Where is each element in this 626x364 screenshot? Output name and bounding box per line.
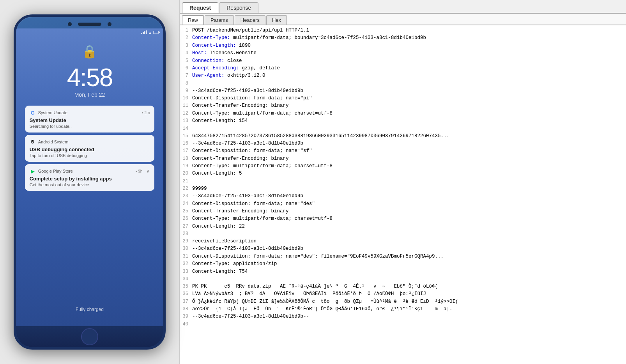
- line-content-36: LVä Ä>N\ýwbàz3 ; B¥? óÁ O¥À1Ëïv ÕÞñ3EÀÌì…: [192, 290, 626, 298]
- code-line-25: 25Content-Transfer-Encoding: binary: [180, 208, 626, 215]
- code-line-22: 2299999: [180, 185, 626, 193]
- signal-icon: [141, 30, 147, 34]
- line-number-18: 18: [180, 155, 192, 163]
- line-content-29: receiveFileDescription: [192, 238, 626, 245]
- line-content-17: Content-Disposition: form-data; name="sf…: [192, 147, 626, 155]
- android-icon: ⚙: [30, 139, 36, 145]
- phone-wrapper: ▲ 🔒 4:58 Mon, Feb 22 G System Update • 2…: [0, 0, 179, 364]
- line-number-2: 2: [180, 34, 192, 42]
- code-line-34: 34: [180, 276, 626, 283]
- line-content-31: Content-Disposition: form-data; name="de…: [192, 253, 626, 260]
- wifi-icon: ▲: [148, 30, 152, 35]
- tab-response[interactable]: Response: [219, 2, 258, 13]
- notif-body-android-system: Tap to turn off USB debugging: [30, 153, 150, 158]
- line-number-30: 30: [180, 245, 192, 253]
- code-line-28: 28: [180, 230, 626, 238]
- lock-icon: 🔒: [82, 44, 97, 59]
- line-content-13: Content-Length: 154: [192, 117, 626, 125]
- line-content-37: Õ }Å¿kèifc RáYþ( QÜ»DÏ ZìΣ ã]e½¼ÕÃXõõÕMÃ…: [192, 298, 626, 306]
- line-content-23: --3c4ad6ce-7f25-4103-a3c1-8d1b40e1bd9b: [192, 193, 626, 200]
- line-number-9: 9: [180, 87, 192, 95]
- sub-tab-row: Raw Params Headers Hex: [180, 14, 626, 25]
- line-number-10: 10: [180, 95, 192, 102]
- code-line-11: 11Content-Transfer-Encoding: binary: [180, 102, 626, 110]
- phone-top-bar: [16, 17, 163, 28]
- line-number-20: 20: [180, 170, 192, 177]
- notif-app-name-android-system: Android System: [38, 140, 150, 144]
- notif-header-google-play: ▶ Google Play Store • 9h ∨: [30, 168, 150, 174]
- tab-request[interactable]: Request: [182, 2, 218, 13]
- notif-time-system-update: • 2m: [142, 111, 150, 115]
- lock-area: 🔒: [82, 44, 97, 59]
- notification-google-play[interactable]: ▶ Google Play Store • 9h ∨ Complete setu…: [25, 164, 155, 191]
- line-number-24: 24: [180, 200, 192, 208]
- line-number-36: 36: [180, 290, 192, 298]
- notification-android-system[interactable]: ⚙ Android System USB debugging connected…: [25, 135, 155, 162]
- notif-title-google-play: Complete setup by installing apps: [30, 176, 150, 182]
- line-content-15: 6434475827154114285720737861585288038819…: [192, 133, 626, 140]
- line-number-1: 1: [180, 27, 192, 34]
- line-content-30: --3c4ad6ce-7f25-4103-a3c1-8d1b40e1bd9b: [192, 245, 626, 253]
- line-number-32: 32: [180, 260, 192, 268]
- line-content-6: Accept-Encoding: gzip, deflate: [192, 65, 626, 72]
- phone-bottom-bar: [16, 326, 163, 347]
- signal-bar-2: [143, 32, 144, 34]
- signal-bar-1: [141, 33, 142, 34]
- sub-tab-params[interactable]: Params: [205, 15, 234, 25]
- line-number-40: 40: [180, 321, 192, 328]
- line-content-5: Connection: close: [192, 57, 626, 65]
- code-line-17: 17Content-Disposition: form-data; name="…: [180, 147, 626, 155]
- line-content-7: User-Agent: okhttp/3.12.0: [192, 72, 626, 80]
- line-content-20: Content-Length: 5: [192, 170, 626, 177]
- code-line-39: 39--3c4ad6ce-7f25-4103-a3c1-8d1b40e1bd9b…: [180, 313, 626, 320]
- code-line-29: 29receiveFileDescription: [180, 238, 626, 245]
- line-number-38: 38: [180, 306, 192, 313]
- code-line-5: 5Connection: close: [180, 57, 626, 65]
- line-number-39: 39: [180, 313, 192, 320]
- line-number-11: 11: [180, 102, 192, 110]
- home-button[interactable]: [81, 328, 98, 345]
- sub-tab-hex[interactable]: Hex: [266, 15, 287, 25]
- status-icons: ▲: [141, 30, 159, 35]
- code-line-14: 14: [180, 125, 626, 133]
- code-line-23: 23--3c4ad6ce-7f25-4103-a3c1-8d1b40e1bd9b: [180, 193, 626, 200]
- status-bar: ▲: [16, 28, 163, 36]
- line-number-15: 15: [180, 133, 192, 140]
- notif-title-android-system: USB debugging connected: [30, 147, 150, 152]
- code-line-37: 37Õ }Å¿kèifc RáYþ( QÜ»DÏ ZìΣ ã]e½¼ÕÃXõõÕ…: [180, 298, 626, 306]
- speaker-bar: [78, 23, 101, 26]
- clock-date: Mon, Feb 22: [74, 92, 105, 98]
- clock-area: 4:58 Mon, Feb 22: [67, 65, 113, 98]
- signal-bar-4: [146, 30, 147, 34]
- line-number-27: 27: [180, 223, 192, 230]
- notification-system-update[interactable]: G System Update • 2m System Update Searc…: [25, 106, 155, 133]
- line-content-35: PK PK c5 RRv data.zip AE ¨R-÷ä-ç4láÀ ]e\…: [192, 283, 626, 290]
- line-content-9: --3c4ad6ce-7f25-4103-a3c1-8d1b40e1bd9b: [192, 87, 626, 95]
- code-line-38: 38âõ?>Ór {1 C|å l{J ÉÕ Ùh ° KrËï®'ÉoR"| …: [180, 306, 626, 313]
- notif-title-system-update: System Update: [30, 117, 150, 123]
- sub-tab-raw[interactable]: Raw: [182, 15, 204, 25]
- line-number-16: 16: [180, 140, 192, 147]
- code-line-26: 26Content-Type: multipart/form-data; cha…: [180, 215, 626, 223]
- phone: ▲ 🔒 4:58 Mon, Feb 22 G System Update • 2…: [14, 14, 166, 350]
- line-number-19: 19: [180, 163, 192, 170]
- camera-dot-left: [68, 22, 72, 26]
- line-number-5: 5: [180, 57, 192, 65]
- google-icon: G: [30, 110, 36, 116]
- code-line-7: 7User-Agent: okhttp/3.12.0: [180, 72, 626, 80]
- camera-dot-right: [108, 22, 111, 26]
- code-line-1: 1POST /backendNew/public/api/upl HTTP/1.…: [180, 27, 626, 34]
- play-store-icon: ▶: [30, 168, 36, 174]
- code-area[interactable]: 1POST /backendNew/public/api/upl HTTP/1.…: [180, 25, 626, 364]
- notif-body-google-play: Get the most out of your device: [30, 182, 150, 187]
- expand-icon-google-play[interactable]: ∨: [146, 168, 150, 174]
- line-number-25: 25: [180, 208, 192, 215]
- sub-tab-headers[interactable]: Headers: [235, 15, 265, 25]
- battery-icon: [153, 31, 159, 34]
- code-line-2: 2Content-Type: multipart/form-data; boun…: [180, 34, 626, 42]
- line-content-4: Host: licences.website: [192, 49, 626, 57]
- line-content-25: Content-Transfer-Encoding: binary: [192, 208, 626, 215]
- code-line-40: 40: [180, 321, 626, 328]
- code-line-27: 27Content-Length: 22: [180, 223, 626, 230]
- code-line-20: 20Content-Length: 5: [180, 170, 626, 177]
